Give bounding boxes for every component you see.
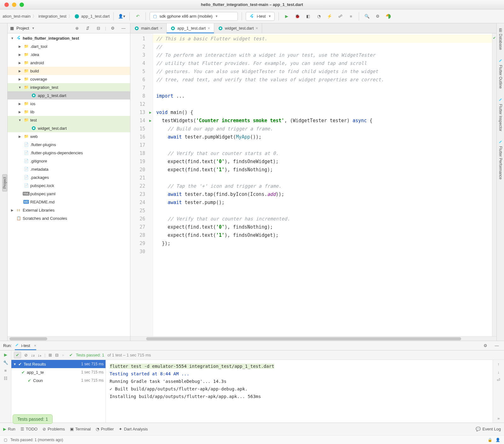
terminal-tool-tab[interactable]: ▣Terminal (70, 427, 91, 431)
problems-tool-tab[interactable]: ⊘Problems (43, 427, 65, 431)
expand-icon[interactable]: ▶ (18, 53, 22, 56)
breadcrumb-item[interactable]: app_1_test.dart (81, 14, 110, 19)
tree-row[interactable]: ▼📁test (8, 116, 130, 124)
tree-row[interactable]: 📄.packages (8, 173, 130, 181)
test-results-tree[interactable]: ▼✔Test Results1 sec 715 ms✔app_1_te1 sec… (11, 360, 106, 423)
run-button[interactable]: ▶ (283, 12, 291, 20)
fail-filter-icon[interactable]: ⊘ (24, 353, 28, 357)
hide-icon[interactable]: — (493, 342, 501, 350)
todo-tool-tab[interactable]: ☰TODO (20, 427, 37, 431)
database-tool-tab[interactable]: 🗄Database (498, 26, 503, 52)
target-icon[interactable]: ⊕ (73, 24, 81, 32)
close-icon[interactable]: × (208, 26, 210, 31)
up-icon[interactable]: ↑ (497, 362, 500, 367)
hot-reload-button[interactable]: ⚡ (325, 12, 334, 20)
editor-h-scrollbar[interactable] (130, 336, 496, 341)
run-gutter-icon[interactable]: ▶ (149, 117, 152, 125)
expand-icon[interactable]: ▶ (18, 45, 22, 48)
run-console[interactable]: flutter test -d emulator-5554 integratio… (106, 360, 493, 423)
tree-row[interactable]: ▶📁.dart_tool (8, 42, 130, 50)
device-selector[interactable]: ▢ sdk gphone x86 arm (mobile) ▼ (150, 12, 238, 21)
expand-icon[interactable]: ▶ (18, 61, 22, 65)
expand-all-icon[interactable]: ⊞ (49, 353, 52, 357)
tree-row[interactable]: ▼📁integration_test (8, 83, 130, 91)
expand-icon[interactable]: ▶ (18, 69, 22, 73)
gear-icon[interactable]: ⚙ (481, 342, 490, 350)
project-tree[interactable]: ▼hello_flutter_integration_test▶📁.dart_t… (8, 33, 130, 336)
tree-row[interactable]: 📄.flutter-plugins-dependencies (8, 149, 130, 157)
tree-row[interactable]: ▶📁lib (8, 108, 130, 116)
hide-icon[interactable]: — (119, 24, 128, 32)
tree-row[interactable]: ▶📁.idea (8, 50, 130, 59)
close-icon[interactable]: × (256, 26, 258, 31)
debug-button[interactable]: 🐞 (293, 12, 301, 20)
expand-icon[interactable]: ▼ (18, 86, 22, 89)
tree-row[interactable]: app_1_test.dart (8, 91, 130, 100)
tree-row[interactable]: 📄.metadata (8, 165, 130, 173)
tree-row[interactable]: MDREADME.md (8, 198, 130, 206)
tree-row[interactable]: 📄pubspec.lock (8, 181, 130, 190)
editor-tab[interactable]: widget_test.dart× (214, 23, 262, 33)
run-tab[interactable]: i-test × (15, 341, 36, 350)
test-result-row[interactable]: ✔Coun1 sec 715 ms (11, 376, 106, 384)
sort-icon[interactable]: ↓₂ (31, 353, 35, 357)
expand-icon[interactable]: ▶ (18, 102, 22, 105)
close-icon[interactable]: × (160, 26, 163, 31)
error-stripe[interactable]: ✔ (492, 33, 496, 336)
tree-row[interactable]: ▶⫾⫾External Libraries (8, 206, 130, 214)
event-log-tab[interactable]: 💬Event Log (476, 427, 501, 431)
inspections-icon[interactable]: 👤 (495, 438, 500, 442)
test-result-row[interactable]: ▼✔Test Results1 sec 715 ms (11, 360, 106, 368)
tree-row[interactable]: ▶📁android (8, 59, 130, 67)
dart-analysis-tool-tab[interactable]: ✦Dart Analysis (119, 427, 148, 431)
tree-row[interactable]: ▶📁ios (8, 100, 130, 108)
tree-row[interactable]: ▼hello_flutter_integration_test (8, 34, 130, 42)
tree-row[interactable]: 📄.flutter-plugins (8, 140, 130, 149)
breadcrumb[interactable]: ation_test-main〉 integration_test〉 app_1… (3, 14, 110, 19)
project-tool-tab[interactable]: Project (2, 174, 7, 191)
profile-button[interactable]: ◔ (315, 12, 323, 20)
colored-icon[interactable] (384, 12, 392, 20)
run-tool-tab[interactable]: ▶Run (3, 427, 15, 431)
pass-filter-icon[interactable]: ✔ (14, 352, 21, 358)
profiler-tool-tab[interactable]: ◔Profiler (96, 427, 114, 431)
breadcrumb-item[interactable]: ation_test-main (3, 14, 31, 19)
run-config-selector[interactable]: i-test ▼ (246, 12, 275, 21)
flutter-outline-tool-tab[interactable]: Flutter Outline (498, 57, 503, 91)
expand-icon[interactable]: ▶ (18, 110, 22, 114)
coverage-button[interactable]: ◧ (304, 12, 312, 20)
expand-icon[interactable]: ▶ (10, 208, 14, 212)
test-result-row[interactable]: ✔app_1_te1 sec 715 ms (11, 368, 106, 376)
close-icon[interactable]: × (34, 343, 37, 348)
tree-row[interactable]: ▶📁build (8, 67, 130, 75)
collapse-all-icon[interactable]: ⊟ (55, 353, 59, 357)
more-icon[interactable]: » (497, 416, 500, 421)
attach-button[interactable]: ☍ (336, 12, 344, 20)
sort-alpha-icon[interactable]: ↓ₐ (38, 353, 42, 357)
layout-icon[interactable]: ☷ (4, 376, 8, 381)
down-icon[interactable]: ↓ (497, 370, 500, 374)
expand-icon[interactable]: ▶ (18, 77, 22, 81)
tree-row[interactable]: 📋Scratches and Consoles (8, 214, 130, 222)
user-icon[interactable]: 👤▾ (117, 12, 126, 20)
tree-row[interactable]: widget_test.dart (8, 124, 130, 132)
wrap-icon[interactable]: ⏎ (497, 378, 500, 382)
stop-button[interactable]: ■ (4, 368, 7, 373)
tree-row[interactable]: ▶📁web (8, 132, 130, 140)
code-area[interactable]: // This is a basic Flutter widget test./… (153, 33, 492, 336)
expand-icon[interactable]: ▼ (10, 37, 14, 40)
gear-icon[interactable]: ⚙ (109, 24, 117, 32)
expand-icon[interactable]: ⇵ (84, 24, 92, 32)
editor-tab[interactable]: app_1_test.dart× (167, 23, 214, 33)
editor[interactable]: 123456781213▶14▶151617181920212223242526… (130, 33, 496, 336)
h-scrollbar[interactable] (8, 336, 130, 341)
expand-icon[interactable]: ▶ (18, 135, 22, 138)
flutter-inspector-tool-tab[interactable]: Flutter Inspector (498, 96, 503, 134)
stop-button[interactable]: ■ (347, 12, 355, 20)
tree-row[interactable]: 📄.gitignore (8, 157, 130, 165)
collapse-icon[interactable]: ⊟ (94, 24, 103, 32)
wrench-icon[interactable]: 🔧 (3, 360, 8, 365)
lock-icon[interactable]: 🔒 (488, 438, 492, 442)
rerun-button[interactable]: ▶ (4, 352, 7, 357)
flutter-performance-tool-tab[interactable]: Flutter Performance (498, 138, 503, 182)
